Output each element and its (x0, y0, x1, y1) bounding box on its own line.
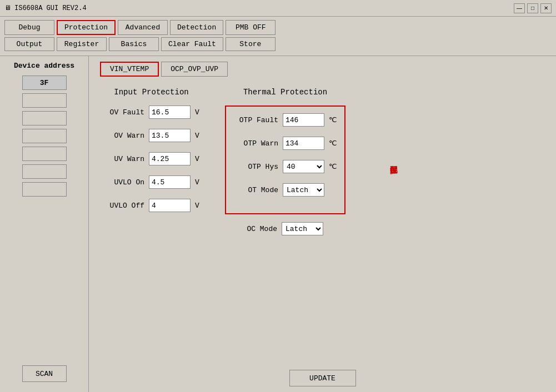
uvlo-on-row: UVLO On V (100, 175, 203, 189)
nav-btn-pmb-off[interactable]: PMB OFF (226, 20, 276, 35)
otp-hys-label: OTP Hys (234, 163, 278, 171)
top-nav: DebugProtectionAdvancedDetectionPMB OFF … (0, 17, 556, 56)
maximize-button[interactable]: □ (527, 3, 538, 13)
uv-warn-input[interactable] (149, 152, 191, 165)
sections-row: Input Protection OV Fault V OV Warn V UV… (100, 88, 545, 359)
ot-mode-select[interactable]: Latch Retry (283, 183, 324, 197)
sidebar-slot-4 (22, 147, 67, 161)
nav-btn-basics[interactable]: Basics (109, 37, 159, 51)
ov-fault-row: OV Fault V (100, 105, 203, 119)
uvlo-off-input[interactable] (149, 199, 191, 212)
uvlo-on-label: UVLO On (100, 178, 144, 187)
nav-row-1: DebugProtectionAdvancedDetectionPMB OFF (4, 20, 552, 35)
ov-fault-input[interactable] (149, 105, 191, 119)
oc-mode-select[interactable]: Latch Retry (282, 222, 323, 235)
app-title: IS6608A GUI REV2.4 (14, 4, 87, 12)
oc-mode-row: OC Mode Latch Retry (225, 222, 345, 235)
ot-mode-row: OT Mode Latch Retry (234, 183, 337, 197)
oc-mode-label: OC Mode (233, 225, 277, 233)
uv-warn-row: UV Warn V (100, 152, 203, 165)
ov-fault-unit: V (195, 108, 203, 117)
main-content: VIN_VTEMP OCP_OVP_UVP Input Protection O… (89, 56, 556, 392)
nav-btn-detection[interactable]: Detection (170, 20, 223, 35)
close-button[interactable]: ✕ (540, 3, 552, 13)
nav-btn-protection[interactable]: Protection (57, 20, 116, 35)
title-bar-left: 🖥 IS6608A GUI REV2.4 (4, 4, 87, 12)
uvlo-off-label: UVLO Off (100, 202, 144, 210)
ov-warn-input[interactable] (149, 129, 191, 142)
ov-warn-label: OV Warn (100, 132, 144, 140)
otp-warn-row: OTP Warn ℃ (234, 137, 337, 150)
sidebar-slot-2 (22, 111, 67, 125)
uvlo-off-unit: V (195, 202, 203, 210)
uvlo-off-row: UVLO Off V (100, 199, 203, 212)
otp-fault-row: OTP Fault ℃ (234, 113, 337, 127)
sub-tabs: VIN_VTEMP OCP_OVP_UVP (100, 62, 545, 77)
tab-vin-vtemp[interactable]: VIN_VTEMP (100, 62, 159, 77)
sidebar: Device address SCAN (0, 56, 89, 392)
otp-hys-row: OTP Hys 40 20 10 5 ℃ (234, 160, 337, 173)
uvlo-on-unit: V (195, 178, 203, 187)
title-bar: 🖥 IS6608A GUI REV2.4 — □ ✕ (0, 0, 556, 17)
update-section: UPDATE (100, 370, 545, 386)
thermal-protection-title: Thermal Protection (225, 88, 345, 97)
thermal-protection-section: Thermal Protection OTP Fault ℃ OTP Warn (225, 88, 345, 359)
otp-warn-label: OTP Warn (234, 139, 278, 148)
ov-warn-row: OV Warn V (100, 129, 203, 142)
scan-button[interactable]: SCAN (22, 365, 67, 382)
otp-fault-label: OTP Fault (234, 116, 278, 124)
ot-mode-label: OT Mode (234, 186, 278, 194)
tab-ocp-ovp-uvp[interactable]: OCP_OVP_UVP (161, 62, 228, 77)
device-address-input[interactable] (22, 76, 67, 90)
sidebar-slot-5 (22, 164, 67, 179)
main-window: DebugProtectionAdvancedDetectionPMB OFF … (0, 17, 556, 392)
sidebar-slot-1 (22, 93, 67, 108)
otp-warn-input[interactable] (283, 137, 324, 150)
content-area: Device address SCAN VIN_VTEMP OCP_OVP_UV… (0, 56, 556, 392)
sidebar-slot-6 (22, 182, 67, 197)
device-address-label: Device address (4, 62, 84, 70)
window-controls: — □ ✕ (514, 3, 552, 13)
sidebar-slot-3 (22, 129, 67, 143)
uvlo-on-input[interactable] (149, 175, 191, 189)
otp-fault-input[interactable] (283, 113, 324, 127)
uv-warn-label: UV Warn (100, 155, 144, 163)
nav-btn-register[interactable]: Register (57, 37, 107, 51)
minimize-button[interactable]: — (514, 3, 525, 13)
nav-btn-debug[interactable]: Debug (4, 20, 54, 35)
input-protection-section: Input Protection OV Fault V OV Warn V UV… (100, 88, 203, 359)
nav-btn-store[interactable]: Store (226, 37, 276, 51)
nav-btn-advanced[interactable]: Advanced (118, 20, 168, 35)
otp-fault-unit: ℃ (329, 115, 337, 124)
app-icon: 🖥 (4, 4, 11, 12)
uv-warn-unit: V (195, 155, 203, 163)
nav-btn-output[interactable]: Output (4, 37, 54, 51)
input-protection-title: Input Protection (100, 88, 203, 97)
otp-hys-select[interactable]: 40 20 10 5 (283, 160, 324, 173)
thermal-box-wrapper: OTP Fault ℃ OTP Warn ℃ OTP Hys (225, 105, 345, 214)
nav-row-2: OutputRegisterBasicsClear FaultStore (4, 37, 552, 51)
otp-hys-unit: ℃ (329, 162, 337, 171)
thermal-box: OTP Fault ℃ OTP Warn ℃ OTP Hys (225, 105, 345, 214)
nav-btn-clear-fault[interactable]: Clear Fault (161, 37, 223, 51)
update-button[interactable]: UPDATE (289, 370, 356, 386)
ov-fault-label: OV Fault (100, 108, 144, 117)
otp-warn-unit: ℃ (329, 139, 337, 148)
ov-warn-unit: V (195, 132, 203, 140)
